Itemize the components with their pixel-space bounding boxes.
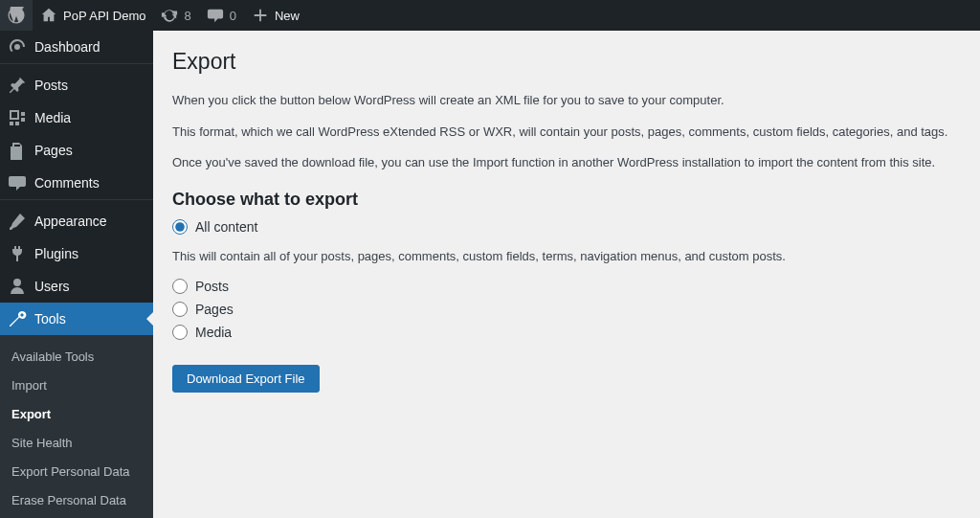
- option-label: Media: [195, 325, 232, 340]
- submenu-item-export[interactable]: Export: [0, 400, 153, 429]
- comment-icon: [207, 7, 224, 24]
- plus-icon: [252, 7, 269, 24]
- sidebar-item-pages[interactable]: Pages: [0, 134, 153, 167]
- comments-icon: [8, 173, 27, 192]
- media-icon: [8, 108, 27, 127]
- plugin-icon: [8, 244, 27, 263]
- submenu-item-erase-personal[interactable]: Erase Personal Data: [0, 486, 153, 515]
- radio-posts[interactable]: [172, 279, 188, 294]
- sidebar-item-plugins[interactable]: Plugins: [0, 237, 153, 270]
- choose-heading: Choose what to export: [172, 190, 961, 210]
- radio-pages[interactable]: [172, 302, 188, 317]
- submenu-item-import[interactable]: Import: [0, 372, 153, 400]
- admin-sidebar: Dashboard Posts Media Pages Comments App…: [0, 31, 153, 518]
- sidebar-item-appearance[interactable]: Appearance: [0, 205, 153, 237]
- sidebar-item-label: Comments: [34, 175, 100, 191]
- submenu-item-export-personal[interactable]: Export Personal Data: [0, 458, 153, 486]
- radio-all[interactable]: [172, 219, 188, 235]
- export-option-posts[interactable]: Posts: [172, 279, 961, 294]
- page-content: Export When you click the button below W…: [153, 31, 980, 393]
- sidebar-item-label: Users: [34, 279, 70, 294]
- comments-link[interactable]: 0: [199, 0, 244, 31]
- comments-count: 0: [230, 9, 236, 23]
- sidebar-item-comments[interactable]: Comments: [0, 167, 153, 199]
- new-label: New: [275, 9, 300, 23]
- sidebar-item-label: Tools: [34, 311, 66, 327]
- submenu-item-available-tools[interactable]: Available Tools: [0, 343, 153, 372]
- sidebar-item-label: Appearance: [34, 214, 107, 229]
- wp-logo[interactable]: [0, 0, 33, 31]
- submenu-item-site-health[interactable]: Site Health: [0, 429, 153, 458]
- intro-p3: Once you've saved the download file, you…: [172, 153, 961, 172]
- intro-p2: This format, which we call WordPress eXt…: [172, 123, 961, 142]
- sidebar-item-label: Plugins: [34, 246, 78, 261]
- new-content-link[interactable]: New: [244, 0, 307, 31]
- sidebar-item-label: Dashboard: [34, 39, 100, 55]
- updates-count: 8: [184, 9, 190, 23]
- site-name: PoP API Demo: [63, 9, 145, 23]
- home-icon: [40, 7, 57, 24]
- updates-link[interactable]: 8: [153, 0, 198, 31]
- wordpress-icon: [8, 7, 25, 24]
- export-option-all[interactable]: All content: [172, 219, 961, 235]
- option-label: Pages: [195, 302, 234, 317]
- tools-submenu: Available Tools Import Export Site Healt…: [0, 335, 153, 518]
- sidebar-item-tools[interactable]: Tools: [0, 303, 153, 335]
- site-name-link[interactable]: PoP API Demo: [33, 0, 153, 31]
- sidebar-item-label: Posts: [34, 78, 68, 93]
- dashboard-icon: [8, 37, 27, 56]
- page-title: Export: [172, 40, 961, 79]
- pages-icon: [8, 141, 27, 160]
- option-label: All content: [195, 219, 257, 235]
- sidebar-item-label: Media: [34, 110, 71, 125]
- intro-p1: When you click the button below WordPres…: [172, 91, 961, 110]
- option-all-desc: This will contain all of your posts, pag…: [172, 247, 961, 266]
- download-export-button[interactable]: Download Export File: [172, 365, 320, 393]
- sidebar-item-posts[interactable]: Posts: [0, 69, 153, 101]
- appearance-icon: [8, 212, 27, 231]
- option-label: Posts: [195, 279, 229, 294]
- updates-icon: [161, 7, 178, 24]
- sidebar-item-users[interactable]: Users: [0, 270, 153, 303]
- export-option-pages[interactable]: Pages: [172, 302, 961, 317]
- sidebar-item-label: Pages: [34, 143, 73, 158]
- pin-icon: [8, 76, 27, 95]
- users-icon: [8, 277, 27, 296]
- tools-icon: [8, 309, 27, 328]
- export-option-media[interactable]: Media: [172, 325, 961, 340]
- admin-bar: PoP API Demo 8 0 New: [0, 0, 980, 31]
- sidebar-item-dashboard[interactable]: Dashboard: [0, 31, 153, 63]
- radio-media[interactable]: [172, 325, 188, 340]
- sidebar-item-media[interactable]: Media: [0, 101, 153, 134]
